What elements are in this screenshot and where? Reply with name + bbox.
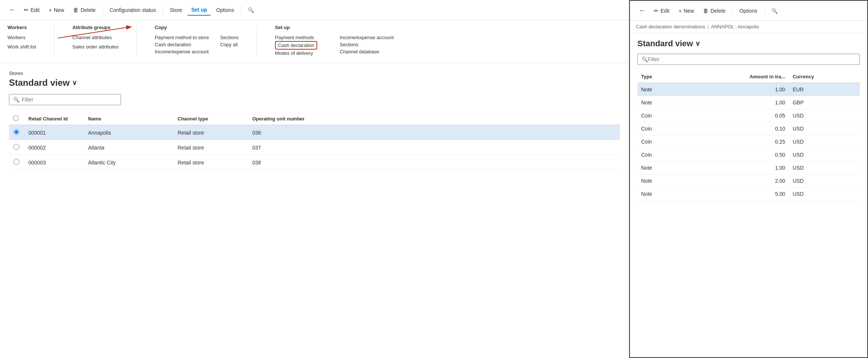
row-currency: EUR [789,83,860,96]
right-search-icon: 🔍 [771,8,778,14]
setup-group-title: Set up [275,25,394,30]
right-filter-input[interactable] [648,56,856,62]
edit-icon: ✏ [24,7,29,13]
right-back-button[interactable]: ← [636,4,649,17]
row-radio-cell [9,140,24,155]
stores-section-title: Stores [9,70,620,76]
table-row[interactable]: Note 2.00 USD [637,175,860,188]
setup-col-2: Income/expense account Sections Channel … [340,34,394,57]
right-search-button[interactable]: 🔍 [768,6,781,16]
right-view-title[interactable]: Standard view ∨ [637,39,860,48]
menu-item-sections-setup[interactable]: Sections [340,41,394,48]
left-filter-wrap: 🔍 [9,94,121,105]
row-channel-id[interactable]: 000002 [24,140,84,155]
menu-item-payment-methods[interactable]: Payment methods [275,34,318,41]
row-name: Atlanta [84,140,173,155]
row-radio[interactable] [13,159,19,165]
config-status-button[interactable]: Configuration status [106,5,160,15]
row-type: Note [637,161,683,175]
table-row[interactable]: 000002 Atlanta Retail store 037 [9,140,620,155]
store-label: Store [170,7,182,13]
menu-item-copy-cash-declaration[interactable]: Cash declaration [155,41,209,48]
table-row[interactable]: Note 1.00 GBP [637,96,860,109]
row-channel-id[interactable]: 000001 [24,125,84,140]
row-type: Note [637,96,683,109]
right-toolbar: ← ✏ Edit + New 🗑 Delete Options 🔍 [630,1,867,21]
row-currency: USD [789,122,860,135]
delete-button[interactable]: 🗑 Delete [69,4,99,15]
breadcrumb: Cash declaration denominations | ANNAPOL… [630,21,867,33]
search-toolbar-icon: 🔍 [248,7,254,13]
table-row[interactable]: Coin 0.50 USD [637,148,860,161]
edit-button[interactable]: ✏ Edit [20,4,43,16]
right-delete-label: Delete [711,8,725,14]
search-toolbar-button[interactable]: 🔍 [244,5,258,15]
row-channel-type: Retail store [173,125,248,140]
separator-1 [102,6,103,15]
row-currency: USD [789,175,860,188]
menu-item-payment-method-to-store[interactable]: Payment method to store [155,34,209,41]
left-filter-input[interactable] [22,97,117,103]
col-header-channel-type: Channel type [173,113,248,125]
row-radio-cell [9,155,24,170]
menu-item-sales-order-attrs[interactable]: Sales order attributes [72,43,119,50]
right-delete-button[interactable]: 🗑 Delete [699,5,729,16]
back-button[interactable]: ← [6,4,19,16]
menu-item-sections[interactable]: Sections [220,34,239,41]
view-title-text: Standard view [9,78,70,88]
menu-item-cash-declaration-highlighted[interactable]: Cash declaration [275,41,318,50]
options-tab[interactable]: Options [212,5,238,15]
table-row[interactable]: Note 5.00 USD [637,188,860,201]
filter-search-icon: 🔍 [13,97,19,103]
denominations-table: Type Amount in tra... Currency Note 1.00… [637,71,860,201]
new-button[interactable]: + New [45,4,68,15]
right-edit-button[interactable]: ✏ Edit [650,5,673,16]
select-all-checkbox[interactable] [13,116,18,120]
table-row[interactable]: Coin 0.10 USD [637,122,860,135]
menu-item-channel-database[interactable]: Channel database [340,48,394,55]
right-filter-wrap: 🔍 [637,54,860,65]
denominations-table-header: Type Amount in tra... Currency [637,71,860,83]
right-new-button[interactable]: + New [675,5,698,16]
store-tab[interactable]: Store [166,5,186,15]
dropdown-menu: Workers Workers Work shift list Attribut… [0,20,629,63]
row-name: Atlantic City [84,155,173,170]
menu-item-workshift[interactable]: Work shift list [7,43,36,50]
menu-item-copy-all[interactable]: Copy all [220,41,239,48]
row-channel-id[interactable]: 000003 [24,155,84,170]
stores-table: Retail Channel Id Name Channel type Oper… [9,113,620,170]
row-amount: 2.00 [683,175,789,188]
menu-item-modes-of-delivery[interactable]: Modes of delivery [275,50,318,57]
menu-item-workers[interactable]: Workers [7,34,36,41]
menu-divider-3 [257,25,257,57]
table-row[interactable]: Coin 0.25 USD [637,135,860,148]
menu-group-attributes: Attribute groups Channel attributes Sale… [72,25,119,57]
table-row[interactable]: 000001 Annapolis Retail store 036 [9,125,620,140]
row-amount: 0.50 [683,148,789,161]
right-chevron-icon: ∨ [695,40,700,48]
row-currency: USD [789,161,860,175]
right-options-button[interactable]: Options [736,6,761,16]
table-row[interactable]: Note 1.00 USD [637,161,860,175]
setup-tab[interactable]: Set up [187,4,211,16]
menu-item-income-expense[interactable]: Income/expense account [155,48,209,55]
table-row[interactable]: Coin 0.05 USD [637,109,860,122]
right-filter-icon: 🔍 [641,56,648,62]
separator-3 [241,6,241,15]
table-row[interactable]: 000003 Atlantic City Retail store 038 [9,155,620,170]
right-edit-icon: ✏ [654,7,659,14]
menu-item-channel-attrs[interactable]: Channel attributes [72,34,119,41]
menu-item-income-expense-acct[interactable]: Income/expense account [340,34,394,41]
col-header-operating-unit: Operating unit number [248,113,620,125]
row-unit-number: 038 [248,155,620,170]
setup-items-row: Payment methods Cash declaration Modes o… [275,34,394,57]
left-toolbar: ← ✏ Edit + New 🗑 Delete Configuration st… [0,0,629,20]
separator-2 [163,6,163,15]
row-radio-cell [9,125,24,140]
table-row[interactable]: Note 1.00 EUR [637,83,860,96]
col-header-amount: Amount in tra... [683,71,789,83]
row-radio[interactable] [13,144,19,150]
row-radio[interactable] [13,129,19,135]
row-channel-type: Retail store [173,140,248,155]
left-view-title[interactable]: Standard view ∨ [9,78,620,88]
